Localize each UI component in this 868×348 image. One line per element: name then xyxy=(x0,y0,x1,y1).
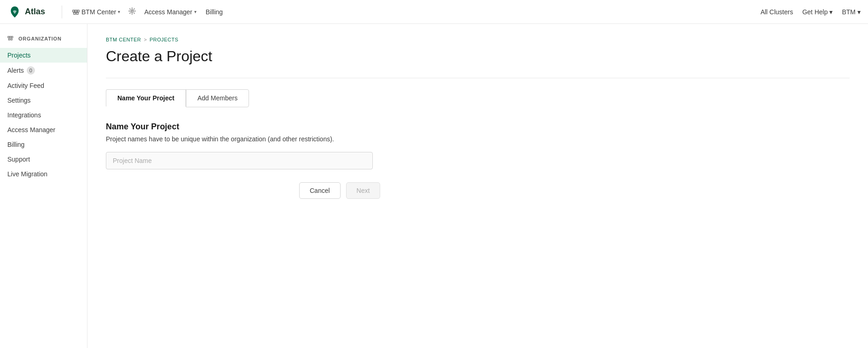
sidebar: ORGANIZATION Projects Alerts 0 Activity … xyxy=(0,24,87,348)
svg-rect-9 xyxy=(9,39,10,40)
sidebar-item-live-migration[interactable]: Live Migration xyxy=(0,167,87,181)
cancel-button[interactable]: Cancel xyxy=(299,182,341,199)
sidebar-item-support[interactable]: Support xyxy=(0,152,87,167)
get-help-label: Get Help xyxy=(802,8,827,16)
svg-rect-4 xyxy=(76,12,78,14)
topnav-right: All Clusters Get Help ▾ BTM ▾ xyxy=(760,8,861,16)
tab-name-project[interactable]: Name Your Project xyxy=(106,89,186,107)
main-layout: ORGANIZATION Projects Alerts 0 Activity … xyxy=(0,24,868,348)
sidebar-item-billing[interactable]: Billing xyxy=(0,137,87,152)
sidebar-activity-label: Activity Feed xyxy=(7,82,44,89)
breadcrumb-sep: > xyxy=(144,37,147,42)
breadcrumb: BTM CENTER > PROJECTS xyxy=(106,37,850,42)
org-chevron-icon: ▾ xyxy=(118,9,120,14)
alerts-badge: 0 xyxy=(27,66,35,75)
all-clusters-link[interactable]: All Clusters xyxy=(760,8,793,16)
svg-rect-8 xyxy=(12,36,13,38)
form-section-title: Name Your Project xyxy=(106,122,850,132)
sidebar-access-label: Access Manager xyxy=(7,126,55,133)
sidebar-support-label: Support xyxy=(7,156,30,163)
get-help-button[interactable]: Get Help ▾ xyxy=(802,8,833,16)
svg-rect-6 xyxy=(8,36,9,38)
svg-rect-10 xyxy=(11,39,12,40)
org-label: BTM Center xyxy=(81,8,116,16)
all-clusters-label: All Clusters xyxy=(760,8,793,16)
next-button[interactable]: Next xyxy=(346,182,381,199)
org-icon xyxy=(72,8,80,16)
sidebar-item-alerts[interactable]: Alerts 0 xyxy=(0,63,87,78)
svg-rect-7 xyxy=(10,36,11,38)
breadcrumb-org[interactable]: BTM CENTER xyxy=(106,37,141,42)
svg-rect-3 xyxy=(74,12,75,14)
sidebar-item-integrations[interactable]: Integrations xyxy=(0,108,87,122)
page-title: Create a Project xyxy=(106,48,850,65)
org-section-icon xyxy=(7,35,15,42)
svg-point-5 xyxy=(131,10,133,12)
nav-divider xyxy=(62,6,62,18)
form-section-desc: Project names have to be unique within t… xyxy=(106,135,850,143)
project-name-input[interactable] xyxy=(106,152,373,169)
org-selector[interactable]: BTM Center ▾ xyxy=(68,6,125,18)
svg-rect-1 xyxy=(75,10,77,12)
sidebar-billing-label: Billing xyxy=(7,141,24,148)
settings-button[interactable] xyxy=(125,5,139,19)
sidebar-live-migration-label: Live Migration xyxy=(7,170,47,178)
atlas-logo-icon xyxy=(7,5,22,19)
tab-name-project-label: Name Your Project xyxy=(117,94,174,102)
get-help-chevron-icon: ▾ xyxy=(829,8,833,16)
tabs: Name Your Project Add Members xyxy=(106,89,850,107)
access-manager-chevron-icon: ▾ xyxy=(194,9,197,14)
access-manager-nav[interactable]: Access Manager ▾ xyxy=(139,6,201,18)
sidebar-org-label: ORGANIZATION xyxy=(18,36,62,41)
logo[interactable]: Atlas xyxy=(7,5,45,19)
access-manager-label: Access Manager xyxy=(144,8,192,16)
sidebar-projects-label: Projects xyxy=(7,52,31,59)
user-chevron-icon: ▾ xyxy=(857,8,861,16)
sidebar-section-label: ORGANIZATION xyxy=(0,33,87,48)
gear-icon xyxy=(128,7,136,15)
billing-nav[interactable]: Billing xyxy=(201,6,227,18)
sidebar-item-activity-feed[interactable]: Activity Feed xyxy=(0,78,87,93)
sidebar-settings-label: Settings xyxy=(7,97,31,104)
sidebar-alerts-label: Alerts xyxy=(7,67,24,74)
top-navigation: Atlas BTM Center ▾ Access Manager ▾ Bill… xyxy=(0,0,868,24)
page-divider xyxy=(106,78,850,78)
main-content: BTM CENTER > PROJECTS Create a Project N… xyxy=(87,24,868,348)
sidebar-item-access-manager[interactable]: Access Manager xyxy=(0,122,87,137)
sidebar-integrations-label: Integrations xyxy=(7,111,41,119)
tab-add-members-label: Add Members xyxy=(197,94,237,102)
billing-label: Billing xyxy=(206,8,223,16)
svg-rect-2 xyxy=(77,10,79,12)
tab-add-members[interactable]: Add Members xyxy=(186,89,249,107)
user-menu[interactable]: BTM ▾ xyxy=(842,8,861,16)
sidebar-item-projects[interactable]: Projects xyxy=(0,48,87,63)
svg-rect-0 xyxy=(73,10,75,12)
user-label: BTM xyxy=(842,8,856,16)
form-section: Name Your Project Project names have to … xyxy=(106,122,850,169)
logo-text: Atlas xyxy=(25,7,45,17)
form-buttons: Cancel Next xyxy=(106,182,850,199)
sidebar-item-settings[interactable]: Settings xyxy=(0,93,87,108)
breadcrumb-current: PROJECTS xyxy=(150,37,179,42)
